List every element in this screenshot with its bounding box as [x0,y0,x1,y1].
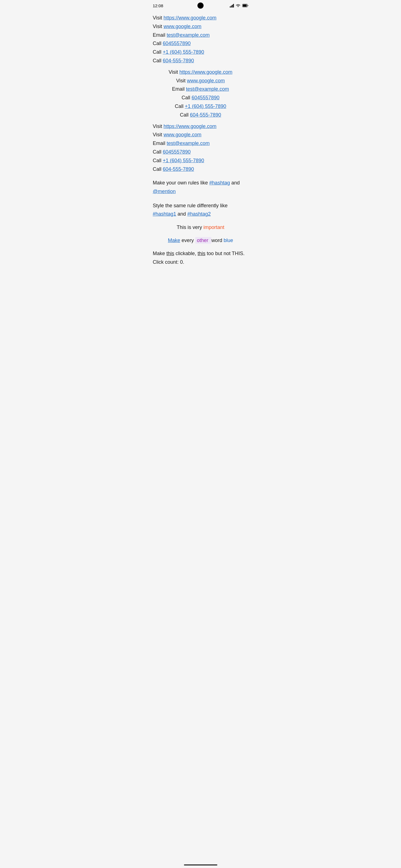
hashtag2-link[interactable]: #hashtag2 [188,211,211,217]
email-link-c1[interactable]: test@example.com [186,86,229,92]
call-line-2: Call +1 (604) 555-7890 [153,48,249,56]
phone-link-b3[interactable]: 604-555-7890 [163,166,194,172]
every-word: every [181,238,195,243]
www-google-link-c1[interactable]: www.google.com [187,78,225,84]
important-word: important [203,224,224,230]
email-line-c1: Email test@example.com [153,85,249,93]
important-text: This is very important [176,224,224,230]
call-line-b1: Call 6045557890 [153,148,249,156]
clickable-this-1[interactable]: this [167,251,174,256]
wifi-icon [236,3,240,8]
visit-line-b2: Visit www.google.com [153,131,249,139]
visit-line-2: Visit www.google.com [153,23,249,31]
phone-link-1[interactable]: 6045557890 [163,41,191,46]
call-line-1: Call 6045557890 [153,39,249,48]
hashtag-section: Make your own rules like #hashtag and @m… [153,179,249,195]
call-line-3: Call 604-555-7890 [153,57,249,65]
word-word: word [211,238,224,243]
email-link-b1[interactable]: test@example.com [167,141,210,146]
phone-link-2[interactable]: +1 (604) 555-7890 [163,49,204,55]
left-aligned-section-2: Visit https://www.google.com Visit www.g… [153,122,249,173]
every-other-text: Make every other word blue [168,237,233,244]
visit-line-c1: Visit https://www.google.com [153,68,249,76]
www-google-link-1[interactable]: www.google.com [164,24,201,29]
call-line-c1: Call 6045557890 [153,94,249,102]
every-other-section: Make every other word blue [153,237,249,245]
blue-word: blue [224,238,233,243]
phone-link-c1[interactable]: 6045557890 [192,95,220,100]
status-bar: 12:08 [148,0,253,11]
call-line-b3: Call 604-555-7890 [153,165,249,173]
www-google-link-b1[interactable]: www.google.com [164,132,201,137]
google-url-link-1[interactable]: https://www.google.com [164,15,217,21]
important-section: This is very important [153,223,249,231]
phone-link-b1[interactable]: 6045557890 [163,149,191,155]
email-line-1: Email test@example.com [153,31,249,39]
main-content: Visit https://www.google.com Visit www.g… [148,11,253,275]
left-aligned-section-1: Visit https://www.google.com Visit www.g… [153,14,249,65]
clickable-this-2[interactable]: this [198,251,205,256]
mention-link-1[interactable]: @mention [153,189,176,194]
make-word[interactable]: Make [168,238,180,243]
hashtag-style-section: Style the same rule differently like #ha… [153,202,249,218]
hashtag-style-text: Style the same rule differently like #ha… [153,203,228,217]
call-line-c3: Call 604-555-7890 [153,111,249,119]
google-url-link-b1[interactable]: https://www.google.com [164,124,217,129]
email-link-1[interactable]: test@example.com [167,32,210,38]
visit-line-c2: Visit www.google.com [153,77,249,85]
phone-link-c2[interactable]: +1 (604) 555-7890 [185,103,226,109]
call-line-c2: Call +1 (604) 555-7890 [153,102,249,111]
signal-icon [230,4,234,7]
email-line-b1: Email test@example.com [153,140,249,148]
phone-link-3[interactable]: 604-555-7890 [163,58,194,63]
status-icons [230,3,249,9]
clickable-section: Make this clickable, this too but not TH… [153,249,249,266]
battery-icon [242,3,249,9]
clickable-text: Make this clickable, this too but not TH… [153,251,245,265]
phone-link-c3[interactable]: 604-555-7890 [190,112,221,118]
hashtag-rule-text: Make your own rules like #hashtag and @m… [153,180,240,194]
camera-dot [197,2,204,9]
other-word: other [195,237,211,244]
visit-line-1: Visit https://www.google.com [153,14,249,22]
call-line-b2: Call +1 (604) 555-7890 [153,157,249,165]
status-time: 12:08 [153,3,164,8]
hashtag-link-1[interactable]: #hashtag [209,180,230,186]
centered-section-1: Visit https://www.google.com Visit www.g… [153,68,249,119]
phone-link-b2[interactable]: +1 (604) 555-7890 [163,158,204,163]
hashtag1-link[interactable]: #hashtag1 [153,211,176,217]
visit-line-b1: Visit https://www.google.com [153,122,249,130]
google-url-link-c1[interactable]: https://www.google.com [179,69,232,75]
svg-rect-1 [243,4,247,7]
